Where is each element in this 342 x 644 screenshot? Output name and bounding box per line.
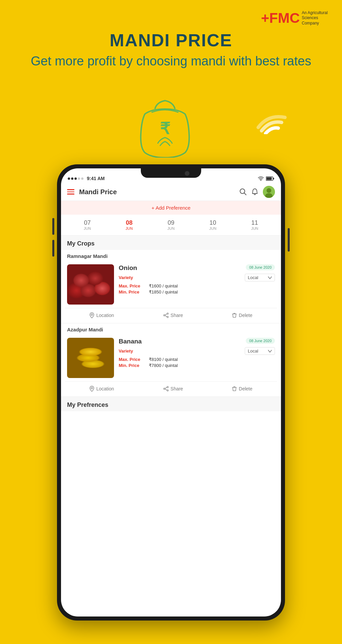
location-icon: [90, 312, 94, 318]
status-battery-icon: [266, 176, 274, 181]
onion-variety-select[interactable]: Local: [245, 274, 275, 281]
banana-delete-btn[interactable]: Delete: [229, 384, 255, 393]
onion-variety-row: Variety Local: [119, 274, 275, 281]
dot5: [81, 177, 83, 180]
svg-line-20: [165, 387, 167, 388]
date-item-09[interactable]: 09 JUN: [167, 219, 174, 230]
svg-line-14: [165, 314, 167, 315]
date-item-07[interactable]: 07 JUN: [84, 219, 91, 230]
date-num-08: 08: [126, 219, 133, 226]
ramnagar-mandi-title: Ramnagar Mandi: [61, 250, 281, 261]
wifi-signal-icon: [255, 107, 288, 134]
svg-point-18: [164, 388, 165, 389]
onion-max-price-row: Max. Price ₹1600 / quintal: [119, 283, 275, 288]
banana-min-price-label: Min. Price: [119, 363, 146, 368]
svg-point-8: [267, 188, 271, 193]
banana-variety-select[interactable]: Local: [245, 347, 275, 355]
banana-image: [67, 338, 114, 378]
svg-point-17: [167, 386, 168, 388]
phone-frame: 9:41 AM: [57, 164, 285, 621]
date-num-10: 10: [209, 219, 216, 226]
header-icons: [239, 186, 275, 198]
banana-name: Banana: [119, 338, 142, 345]
vol-up-btn: [52, 218, 54, 235]
onion-crop-top: Onion 08 June 2020 Variety Local Max. Pr…: [65, 264, 277, 305]
location-label-2: Location: [96, 386, 114, 391]
status-time: 9:41 AM: [87, 176, 105, 181]
app-title: Mandi Price: [79, 188, 239, 196]
hero-section: MANDI PRICE Get more profit by choosing …: [0, 30, 342, 69]
add-preference-bar[interactable]: + Add Preference: [61, 201, 281, 215]
date-num-09: 09: [167, 219, 174, 226]
svg-point-12: [164, 315, 165, 316]
power-btn: [288, 228, 290, 252]
svg-line-15: [165, 316, 167, 317]
onion-share-btn[interactable]: Share: [160, 311, 186, 320]
share-label: Share: [171, 313, 183, 318]
onion-min-price-label: Min. Price: [119, 289, 146, 294]
date-picker: 07 JUN 08 JUN 09 JUN 10 JUN 11 JUN: [61, 215, 281, 235]
grain-bag-icon: ₹: [135, 94, 195, 158]
banana-details: Banana 08 June 2020 Variety Local Max. P…: [119, 338, 275, 378]
hamburger-menu[interactable]: [67, 189, 74, 195]
location-icon-2: [90, 386, 94, 392]
onion-variety-label: Variety: [119, 275, 133, 280]
phone-camera: [185, 171, 189, 176]
onion-image: [67, 264, 114, 305]
fmc-tagline: An AgriculturalSciences Company: [302, 10, 332, 26]
banana-action-row: Location Share Delete: [61, 382, 281, 397]
share-icon-2: [163, 386, 169, 391]
notification-icon[interactable]: [251, 188, 258, 196]
onion-min-price-row: Min. Price ₹1850 / quintal: [119, 289, 275, 294]
date-month-09: JUN: [167, 226, 174, 230]
onion-max-price-label: Max. Price: [119, 283, 146, 288]
svg-text:₹: ₹: [160, 120, 170, 138]
banana-max-price-label: Max. Price: [119, 357, 146, 362]
onion-details: Onion 08 June 2020 Variety Local Max. Pr…: [119, 264, 275, 305]
date-item-08[interactable]: 08 JUN: [126, 219, 133, 230]
banana-crop-top: Banana 08 June 2020 Variety Local Max. P…: [65, 338, 277, 378]
user-avatar[interactable]: [263, 186, 275, 198]
my-crops-section-title: My Crops: [61, 235, 281, 250]
signal-dots: [68, 177, 83, 180]
onion-crop-card: Onion 08 June 2020 Variety Local Max. Pr…: [65, 261, 277, 308]
app-header: Mandi Price: [61, 183, 281, 201]
date-item-11[interactable]: 11 JUN: [251, 219, 258, 230]
banana-location-btn[interactable]: Location: [86, 384, 117, 393]
banana-min-price-value: ₹7800 / quintal: [149, 363, 178, 368]
date-month-08: JUN: [126, 226, 133, 230]
status-left: 9:41 AM: [68, 176, 105, 181]
banana-share-btn[interactable]: Share: [160, 384, 186, 393]
azadpur-mandi-title: Azadpur Mandi: [61, 323, 281, 334]
status-right: [258, 176, 274, 181]
search-icon[interactable]: [239, 188, 247, 196]
banana-crop-card: Banana 08 June 2020 Variety Local Max. P…: [65, 334, 277, 382]
date-item-10[interactable]: 10 JUN: [209, 219, 216, 230]
phone-notch: [141, 168, 201, 178]
my-preferences-section-title: My Prefrences: [61, 397, 281, 411]
date-month-10: JUN: [209, 226, 216, 230]
delete-icon-2: [232, 386, 237, 391]
vol-down-btn: [52, 240, 54, 257]
svg-point-1: [261, 180, 261, 181]
onion-pile-decoration: [67, 264, 114, 305]
hero-title: MANDI PRICE: [0, 30, 342, 50]
chevron-down-icon-2: [268, 350, 272, 353]
onion-delete-btn[interactable]: Delete: [229, 311, 255, 320]
delete-icon: [232, 313, 237, 318]
hamburger-line3: [67, 194, 74, 195]
onion-location-btn[interactable]: Location: [86, 311, 117, 320]
onion-header-row: Onion 08 June 2020: [119, 264, 275, 272]
status-wifi-icon: [258, 176, 264, 181]
location-label: Location: [96, 313, 114, 318]
delete-label-2: Delete: [239, 386, 252, 391]
dot3: [74, 177, 77, 180]
chevron-down-icon: [268, 276, 272, 279]
svg-point-13: [167, 316, 168, 318]
banana-date-badge: 08 June 2020: [246, 338, 275, 344]
date-month-07: JUN: [84, 226, 91, 230]
onion-min-price-value: ₹1850 / quintal: [149, 289, 178, 294]
svg-point-16: [91, 387, 93, 389]
svg-point-19: [167, 390, 168, 391]
share-icon: [163, 313, 169, 318]
